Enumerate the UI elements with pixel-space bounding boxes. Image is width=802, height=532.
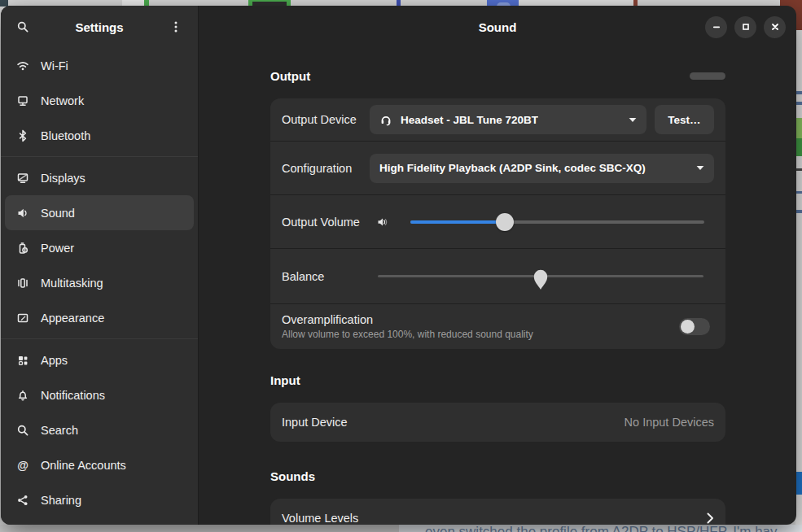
wifi-icon: [16, 59, 29, 72]
volume-levels-row[interactable]: Volume Levels: [270, 499, 725, 525]
sidebar-item-apps[interactable]: Apps: [5, 342, 194, 377]
sidebar-headerbar: Settings: [1, 6, 198, 48]
sidebar-nav: Wi-Fi Network Bluetooth Displays So: [1, 48, 198, 517]
sidebar-item-label: Appearance: [41, 312, 104, 325]
bg-text-mark-4: [795, 191, 802, 194]
sidebar-item-label: Multitasking: [41, 277, 103, 290]
search-button[interactable]: [9, 13, 37, 41]
volume-levels-label: Volume Levels: [282, 512, 358, 525]
power-icon: [16, 242, 29, 255]
input-device-row: Input Device No Input Devices: [270, 403, 725, 442]
sidebar-item-label: Power: [41, 242, 74, 255]
test-speakers-button[interactable]: Test…: [655, 105, 714, 134]
desktop-screen: even switched the profile from A2DP to H…: [0, 0, 802, 532]
sidebar: Settings Wi-Fi Network Bluetooth: [1, 6, 199, 525]
chevron-right-icon: [707, 512, 714, 524]
sidebar-item-sharing[interactable]: Sharing: [5, 482, 194, 517]
input-section-header: Input: [270, 373, 725, 386]
scroll-area[interactable]: Output Output Device Headset - JBL Tune …: [199, 48, 796, 525]
bg-text-mark-1: [795, 91, 802, 94]
sidebar-item-label: Sharing: [41, 494, 81, 507]
output-device-dropdown[interactable]: Headset - JBL Tune 720BT: [370, 105, 646, 134]
input-heading: Input: [270, 373, 300, 387]
content-headerbar: Sound: [199, 6, 796, 48]
sidebar-item-network[interactable]: Network: [5, 83, 194, 118]
sidebar-item-bluetooth[interactable]: Bluetooth: [5, 118, 194, 153]
sidebar-item-wifi[interactable]: Wi-Fi: [5, 48, 194, 83]
overamplification-subtitle: Allow volume to exceed 100%, with reduce…: [282, 329, 533, 340]
displays-icon: [16, 172, 29, 185]
output-device-label: Output Device: [282, 113, 370, 126]
sidebar-item-label: Online Accounts: [41, 459, 126, 472]
speaker-low-icon: [376, 216, 389, 229]
sidebar-item-power[interactable]: Power: [5, 230, 194, 265]
settings-window: Settings Wi-Fi Network Bluetooth: [1, 6, 796, 525]
menu-button[interactable]: [162, 13, 190, 41]
sidebar-item-label: Apps: [41, 354, 68, 367]
overamplification-row: Overamplification Allow volume to exceed…: [270, 303, 725, 349]
output-section: Output Output Device Headset - JBL Tune …: [270, 69, 725, 349]
output-volume-label: Output Volume: [282, 216, 370, 229]
balance-label: Balance: [282, 270, 370, 283]
search-icon: [16, 424, 29, 437]
sidebar-item-notifications[interactable]: Notifications: [5, 377, 194, 412]
sidebar-item-sound[interactable]: Sound: [5, 195, 194, 230]
appearance-icon: [16, 312, 29, 325]
input-device-label: Input Device: [282, 416, 370, 429]
configuration-dropdown[interactable]: High Fidelity Playback (A2DP Sink, codec…: [370, 154, 714, 183]
maximize-icon: [741, 22, 751, 32]
bg-bottom-left-strip: [0, 525, 399, 532]
network-icon: [16, 94, 29, 107]
input-device-value: No Input Devices: [625, 416, 714, 429]
search-icon: [16, 20, 29, 33]
toggle-knob: [681, 320, 695, 334]
overamplification-toggle[interactable]: [679, 318, 710, 335]
minimize-button[interactable]: [705, 16, 727, 38]
kebab-menu-icon: [169, 20, 182, 33]
sidebar-item-label: Displays: [41, 172, 85, 185]
output-device-row: Output Device Headset - JBL Tune 720BT T…: [270, 98, 725, 141]
sidebar-item-search[interactable]: Search: [5, 412, 194, 447]
share-icon: [16, 494, 29, 507]
bg-text-mark-3: [795, 168, 802, 171]
output-card: Output Device Headset - JBL Tune 720BT T…: [270, 98, 725, 349]
sounds-section: Sounds Volume Levels: [270, 469, 725, 525]
maximize-button[interactable]: [734, 16, 756, 38]
close-button[interactable]: [764, 16, 786, 38]
sound-panel: Sound Output: [199, 6, 796, 525]
sidebar-item-label: Search: [41, 424, 78, 437]
sidebar-title: Settings: [37, 20, 162, 34]
balance-slider-handle[interactable]: [532, 268, 549, 290]
bluetooth-icon: [16, 129, 29, 142]
input-section: Input Input Device No Input Devices: [270, 373, 725, 442]
bg-lightgreen-block: [795, 118, 802, 138]
configuration-label: Configuration: [282, 162, 370, 175]
bg-right-strip: [795, 0, 802, 532]
sidebar-item-appearance[interactable]: Appearance: [5, 300, 194, 335]
sidebar-item-displays[interactable]: Displays: [5, 160, 194, 195]
bg-blue-block: [795, 472, 802, 495]
sidebar-item-label: Bluetooth: [41, 129, 90, 142]
sidebar-item-online-accounts[interactable]: @ Online Accounts: [5, 447, 194, 482]
window-controls: [705, 16, 796, 38]
sidebar-item-label: Sound: [41, 207, 75, 220]
sidebar-divider: [1, 156, 198, 157]
background-page-text: even switched the profile from A2DP to H…: [425, 524, 778, 532]
sidebar-item-multitasking[interactable]: Multitasking: [5, 265, 194, 300]
output-heading: Output: [270, 69, 310, 83]
output-level-indicator: [690, 72, 725, 80]
sounds-card: Volume Levels: [270, 499, 725, 525]
bell-icon: [16, 389, 29, 402]
balance-slider[interactable]: [378, 275, 703, 277]
configuration-row: Configuration High Fidelity Playback (A2…: [270, 141, 725, 194]
close-icon: [770, 22, 780, 32]
sounds-heading: Sounds: [270, 469, 315, 483]
overamplification-text: Overamplification Allow volume to exceed…: [282, 313, 533, 340]
volume-slider-handle[interactable]: [496, 213, 514, 231]
sounds-section-header: Sounds: [270, 469, 725, 482]
output-section-header: Output: [270, 69, 725, 82]
multitasking-icon: [16, 277, 29, 290]
output-volume-slider[interactable]: [410, 220, 704, 224]
balance-row: Balance: [270, 248, 725, 303]
sidebar-item-label: Network: [41, 94, 84, 107]
